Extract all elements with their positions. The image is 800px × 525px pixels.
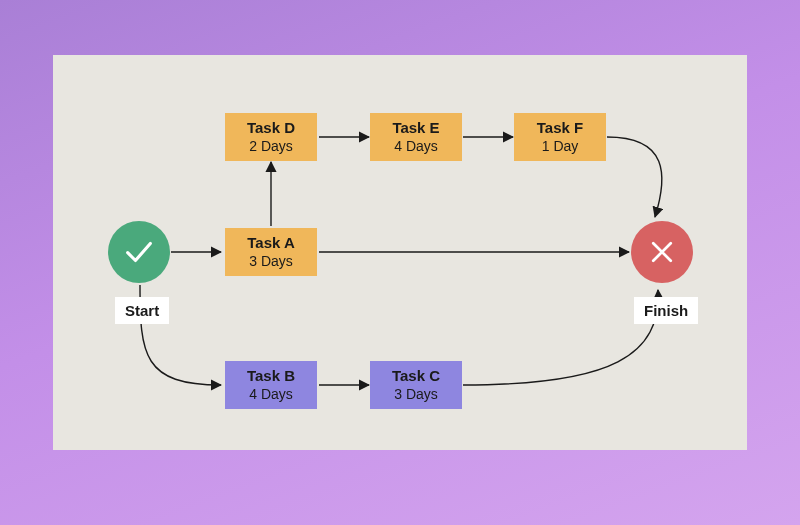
- task-d-title: Task D: [247, 119, 295, 138]
- task-b-days: 4 Days: [249, 386, 293, 404]
- finish-label: Finish: [634, 297, 698, 324]
- page-background: Start Finish Task A 3 Days Task D 2 Days…: [0, 0, 800, 525]
- task-f-days: 1 Day: [542, 138, 579, 156]
- task-e-title: Task E: [392, 119, 439, 138]
- start-node: [108, 221, 170, 283]
- task-b-title: Task B: [247, 367, 295, 386]
- diagram-canvas: Start Finish Task A 3 Days Task D 2 Days…: [53, 55, 747, 450]
- finish-node: [631, 221, 693, 283]
- task-a: Task A 3 Days: [225, 228, 317, 276]
- task-e-days: 4 Days: [394, 138, 438, 156]
- x-icon: [647, 237, 677, 267]
- start-label: Start: [115, 297, 169, 324]
- task-c-days: 3 Days: [394, 386, 438, 404]
- task-e: Task E 4 Days: [370, 113, 462, 161]
- task-d: Task D 2 Days: [225, 113, 317, 161]
- task-f-title: Task F: [537, 119, 583, 138]
- task-b: Task B 4 Days: [225, 361, 317, 409]
- task-d-days: 2 Days: [249, 138, 293, 156]
- task-c: Task C 3 Days: [370, 361, 462, 409]
- check-icon: [122, 235, 156, 269]
- task-a-title: Task A: [247, 234, 295, 253]
- task-c-title: Task C: [392, 367, 440, 386]
- task-a-days: 3 Days: [249, 253, 293, 271]
- task-f: Task F 1 Day: [514, 113, 606, 161]
